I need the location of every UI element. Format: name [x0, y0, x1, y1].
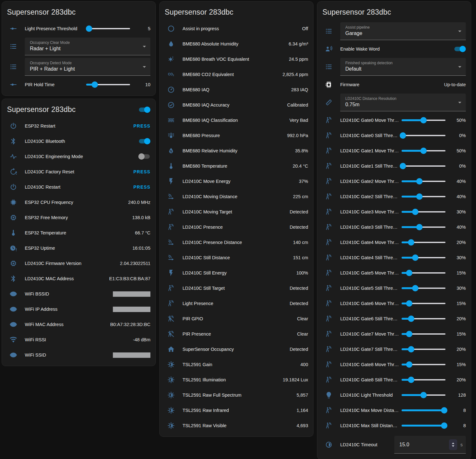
entity-row[interactable]: BME680 Absolute Humidity6.34 g/m³	[160, 36, 313, 52]
entity-row[interactable]: BME680 Temperature20.4 °C	[160, 158, 313, 174]
entity-row[interactable]: LD2410C Factory ResetPRESS	[2, 164, 155, 179]
entity-row[interactable]: LD2410C Presence Distance140 cm	[160, 235, 313, 250]
slider-thumb[interactable]	[406, 300, 412, 307]
entity-row[interactable]: ESP32 Free Memory138.0 kB	[2, 210, 155, 225]
slider-thumb[interactable]	[416, 178, 423, 184]
entity-row[interactable]: LD2410C Moving Distance225 cm	[160, 189, 313, 204]
entity-row[interactable]: LD2410C Gate7 Move Thr…15%	[317, 326, 471, 342]
entity-row[interactable]: FirmwareUp-to-date	[317, 77, 471, 92]
slider-thumb[interactable]	[406, 270, 412, 276]
slider[interactable]	[402, 346, 445, 353]
entity-toggle[interactable]	[454, 46, 466, 52]
slider-thumb[interactable]	[408, 316, 414, 322]
entity-row[interactable]: LD2410C PresenceDetected	[160, 219, 313, 235]
entity-row[interactable]: LD2410C Moving TargetDetected	[160, 204, 313, 219]
entity-row[interactable]: BME680 IAQ ClassificationVery Bad	[160, 113, 313, 128]
entity-row[interactable]: LD2410C Gate0 Move Thr…50%	[317, 113, 471, 128]
entity-row[interactable]: LD2410C Still Energy100%	[160, 265, 313, 281]
slider[interactable]	[86, 81, 130, 88]
number-stepper[interactable]	[449, 439, 457, 450]
entity-row[interactable]: LD2410C Light Threshold128	[317, 387, 471, 403]
slider[interactable]	[402, 239, 445, 246]
toggle-thumb[interactable]	[138, 153, 145, 160]
slider-track[interactable]	[402, 165, 445, 167]
slider-thumb[interactable]	[420, 392, 427, 398]
entity-row[interactable]: LD2410C Gate2 Move Thr…40%	[317, 174, 471, 189]
entity-row[interactable]: Light Presence Threshold5	[2, 21, 155, 36]
toggle-thumb[interactable]	[144, 138, 150, 144]
slider-thumb[interactable]	[408, 239, 414, 246]
slider-thumb[interactable]	[400, 163, 406, 169]
slider[interactable]	[402, 178, 445, 185]
slider-thumb[interactable]	[408, 377, 414, 383]
entity-row[interactable]: WiFi IP Address	[2, 302, 155, 317]
entity-row[interactable]: TSL2591 Raw Full Spectrum5,857	[160, 387, 313, 403]
slider[interactable]	[402, 208, 445, 215]
entity-row[interactable]: LD2410C Gate8 Still Thres…20%	[317, 372, 471, 387]
entity-row[interactable]: LD2410C Gate6 Still Thres…20%	[317, 311, 471, 326]
entity-row[interactable]: LD2410C Gate5 Still Thres…30%	[317, 281, 471, 296]
slider[interactable]	[86, 25, 130, 32]
entity-row[interactable]: Assist in progressOff	[160, 21, 313, 36]
entity-row[interactable]: ESP32 Uptime16:01:05	[2, 240, 155, 256]
select-field[interactable]: Finished speaking detectionDefault	[340, 58, 466, 76]
entity-row[interactable]: CO2BME680 CO2 Equivalent2,825.4 ppm	[160, 67, 313, 82]
slider[interactable]	[402, 285, 445, 292]
entity-row[interactable]: PIR Hold Time10	[2, 77, 155, 92]
slider-thumb[interactable]	[441, 407, 447, 414]
entity-row[interactable]: TSL2591 Illumination19.1824 Lux	[160, 372, 313, 387]
entity-row[interactable]: WiFi MAC AddressB0:A7:32:28:3D:BC	[2, 317, 155, 332]
press-button[interactable]: PRESS	[130, 123, 150, 129]
entity-row[interactable]: WiFi BSSID	[2, 286, 155, 302]
entity-row[interactable]: LD2410C Gate7 Still Thres…20%	[317, 342, 471, 357]
slider-thumb[interactable]	[416, 193, 423, 200]
entity-row[interactable]: LD2410C Gate4 Still Thres…30%	[317, 250, 471, 265]
slider[interactable]	[402, 300, 445, 307]
stepper-up-icon[interactable]	[452, 442, 454, 444]
slider[interactable]	[402, 147, 445, 154]
slider[interactable]	[402, 193, 445, 200]
entity-row[interactable]: ESP32 Temperature66.7 °C	[2, 225, 155, 240]
slider-thumb[interactable]	[412, 209, 418, 215]
entity-row[interactable]: LD2410C Move Energy37%	[160, 174, 313, 189]
entity-row[interactable]: Light PresenceDetected	[160, 296, 313, 311]
press-button[interactable]: PRESS	[130, 169, 150, 174]
toggle-thumb[interactable]	[144, 107, 150, 113]
slider[interactable]	[402, 163, 445, 170]
slider[interactable]	[402, 392, 445, 399]
entity-row[interactable]: LD2410C Gate0 Still Thres…0%	[317, 128, 471, 143]
entity-row[interactable]: BME680 Breath VOC Equivalent24.5 ppm	[160, 52, 313, 67]
select-field[interactable]: Assist pipelineGarage	[340, 22, 466, 40]
entity-row[interactable]: BME680 IAQ283 IAQ	[160, 82, 313, 97]
slider[interactable]	[402, 330, 445, 337]
slider-thumb[interactable]	[400, 132, 406, 139]
slider-thumb[interactable]	[408, 346, 414, 352]
entity-row[interactable]: ESP32 CPU Frequency240.0 MHz	[2, 195, 155, 210]
slider[interactable]	[402, 315, 445, 322]
entity-row[interactable]: BME680 IAQ AccuracyCalibrated	[160, 97, 313, 113]
entity-row[interactable]: BME680 Pressure992.0 hPa	[160, 128, 313, 143]
entity-row[interactable]: WiFi SSID	[2, 347, 155, 363]
entity-row[interactable]: LD2410C Gate1 Move Thr…50%	[317, 143, 471, 158]
entity-row[interactable]: LD2410C Gate8 Move Thr…15%	[317, 357, 471, 372]
slider-thumb[interactable]	[412, 254, 418, 261]
entity-row[interactable]: LD2410C Gate1 Still Thres…0%	[317, 158, 471, 174]
select-field[interactable]: LD2410C Distance Resolution0.75m	[340, 94, 466, 111]
slider-thumb[interactable]	[420, 148, 427, 154]
entity-row[interactable]: Enable Wake Word	[317, 41, 471, 57]
entity-row[interactable]: LD2410C Gate2 Still Thres…40%	[317, 189, 471, 204]
stepper-down-icon[interactable]	[452, 445, 454, 447]
entity-row[interactable]: PIR GPIOClear	[160, 311, 313, 326]
slider-thumb[interactable]	[416, 224, 423, 230]
slider-thumb[interactable]	[92, 81, 98, 88]
slider-thumb[interactable]	[406, 331, 412, 337]
entity-row[interactable]: TSL2591 Raw Infrared1,164	[160, 403, 313, 418]
entity-row[interactable]: LD2410C MAC AddressE1:C3:B3:CB:BA:87	[2, 271, 155, 286]
entity-row[interactable]: LD2410C Max Move Dista…8	[317, 403, 471, 418]
slider[interactable]	[402, 422, 445, 429]
press-button[interactable]: PRESS	[130, 184, 150, 190]
entity-row[interactable]: LD2410C Engineering Mode	[2, 149, 155, 164]
card-master-toggle[interactable]	[138, 107, 150, 113]
toggle-thumb[interactable]	[459, 46, 466, 52]
entity-row[interactable]: LD2410C Gate4 Move Thr…20%	[317, 235, 471, 250]
